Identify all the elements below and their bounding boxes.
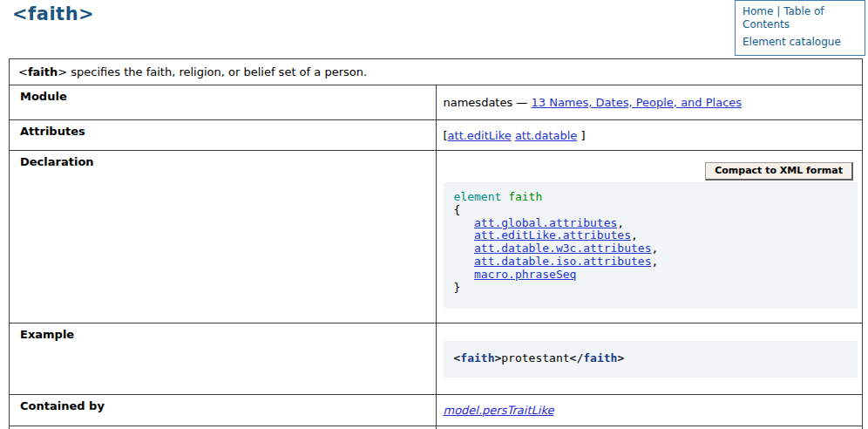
row-label-module: Module	[10, 85, 437, 120]
nav-separator: |	[776, 5, 780, 17]
description-row: <faith> specifies the faith, religion, o…	[10, 59, 863, 85]
open-brace: {	[454, 203, 461, 216]
row-label-contained-by: Contained by	[10, 395, 437, 426]
nav-line-2: Element catalogue	[743, 36, 858, 49]
attribute-class-link-datable[interactable]: att.datable	[515, 129, 577, 142]
tag-open-bracket: <	[18, 65, 28, 78]
declared-element-name: faith	[508, 190, 542, 203]
rng-keyword: element	[454, 190, 502, 203]
element-reference-page: <faith> Home | Table of Contents Element…	[0, 0, 868, 429]
comma: ,	[651, 255, 658, 268]
row-label-partial	[10, 426, 437, 429]
module-chapter-link[interactable]: 13 Names, Dates, People, and Places	[532, 96, 743, 109]
example-row: Example <faith>protestant</faith>	[10, 323, 863, 395]
contained-by-model-link[interactable]: model.persTraitLike	[444, 404, 554, 417]
nav-home-link[interactable]: Home	[743, 5, 773, 17]
example-close-tag-name: faith	[583, 351, 617, 364]
attributes-row: Attributes [att.editLike att.datable ]	[10, 120, 863, 151]
declaration-code: element faith { att.global.attributes, a…	[444, 182, 858, 309]
declaration-cell: Compact to XML format element faith { at…	[436, 151, 863, 323]
comma: ,	[651, 242, 658, 255]
contained-by-row: Contained by model.persTraitLike	[10, 395, 863, 426]
module-name: namesdates —	[444, 96, 528, 109]
nav-line-1: Home | Table of Contents	[743, 5, 858, 31]
nav-box: Home | Table of Contents Element catalog…	[735, 0, 865, 56]
attributes-close-bracket: ]	[580, 129, 585, 142]
compact-to-xml-button[interactable]: Compact to XML format	[705, 162, 853, 180]
attributes-cell: [att.editLike att.datable ]	[436, 120, 863, 151]
tag-close-bracket: >	[58, 65, 67, 78]
comma: ,	[617, 216, 624, 229]
page-title: <faith>	[12, 3, 94, 24]
example-cell: <faith>protestant</faith>	[436, 323, 863, 395]
row-label-example: Example	[10, 323, 437, 395]
partial-cell	[436, 426, 863, 429]
contained-by-cell: model.persTraitLike	[436, 395, 863, 426]
row-label-attributes: Attributes	[10, 120, 437, 151]
description-cell: <faith> specifies the faith, religion, o…	[10, 59, 863, 85]
description-text: specifies the faith, religion, or belief…	[71, 65, 367, 78]
example-element-content: protestant	[501, 351, 569, 364]
example-close-gt: >	[617, 351, 624, 364]
row-label-declaration: Declaration	[10, 151, 437, 323]
close-brace: }	[454, 281, 461, 294]
nav-element-catalogue-link[interactable]: Element catalogue	[743, 36, 841, 48]
comma: ,	[631, 228, 638, 242]
declaration-toolbar: Compact to XML format	[437, 162, 854, 180]
declaration-row: Declaration Compact to XML format elemen…	[10, 151, 863, 323]
module-cell: namesdates — 13 Names, Dates, People, an…	[436, 85, 863, 120]
example-close-bracket: </	[570, 351, 584, 364]
element-spec-table: <faith> specifies the faith, religion, o…	[9, 58, 863, 429]
code-ref-link-att-datable-iso[interactable]: att.datable.iso.attributes	[474, 255, 652, 268]
code-ref-link-att-global[interactable]: att.global.attributes	[474, 216, 617, 229]
next-row-partial	[10, 426, 863, 429]
tag-name: faith	[28, 65, 58, 78]
module-row: Module namesdates — 13 Names, Dates, Peo…	[10, 85, 863, 120]
code-ref-link-att-datable-w3c[interactable]: att.datable.w3c.attributes	[474, 242, 652, 255]
example-open-tag-name: faith	[460, 351, 494, 364]
attribute-class-link-editlike[interactable]: att.editLike	[448, 129, 512, 142]
code-ref-link-att-editlike[interactable]: att.editLike.attributes	[474, 228, 631, 242]
example-code: <faith>protestant</faith>	[444, 341, 858, 378]
code-ref-link-macro-phraseseq[interactable]: macro.phraseSeq	[474, 268, 576, 281]
